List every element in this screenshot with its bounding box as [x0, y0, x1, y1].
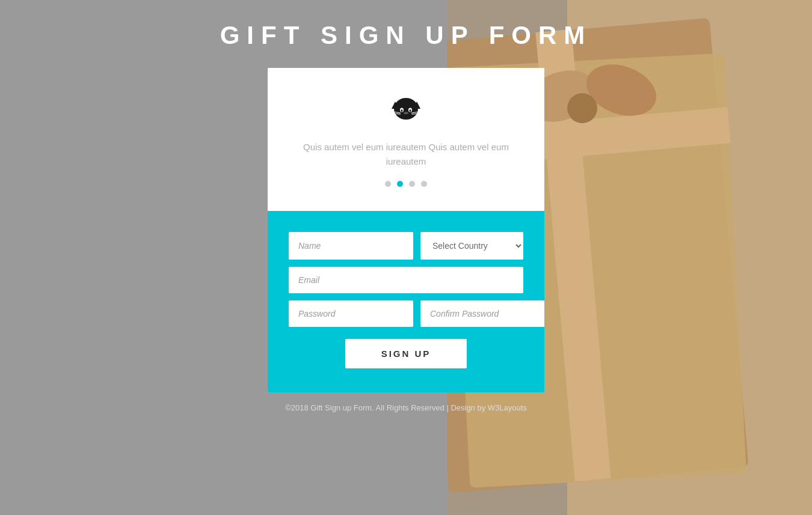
dot-1 [385, 181, 391, 187]
svg-point-6 [410, 109, 411, 112]
form-row-1: Select Country United States United King… [289, 232, 523, 260]
country-select[interactable]: Select Country United States United King… [420, 232, 523, 260]
page-title: GIFT SIGN UP FORM [0, 21, 812, 50]
name-input[interactable] [289, 232, 413, 260]
logo-icon [292, 92, 520, 128]
card-bottom: Select Country United States United King… [268, 211, 544, 392]
form-row-3 [289, 300, 523, 327]
email-input[interactable] [289, 267, 523, 293]
card-description: Quis autem vel eum iureautem Quis autem … [292, 140, 520, 169]
dot-3 [409, 181, 415, 187]
dots-indicator [292, 181, 520, 187]
dot-4 [421, 181, 427, 187]
form-card: Quis autem vel eum iureautem Quis autem … [268, 68, 544, 392]
page-footer: ©2018 Gift Sign up Form. All Rights Rese… [0, 392, 812, 423]
svg-point-7 [404, 112, 408, 114]
dot-2 [397, 181, 403, 187]
footer-text: ©2018 Gift Sign up Form. All Rights Rese… [285, 403, 527, 412]
card-top: Quis autem vel eum iureautem Quis autem … [268, 68, 544, 211]
page-header: GIFT SIGN UP FORM [0, 0, 812, 68]
bow-knot [567, 93, 597, 123]
confirm-password-input[interactable] [420, 300, 544, 327]
signup-button[interactable]: SIGN UP [345, 339, 467, 368]
password-input[interactable] [289, 300, 413, 327]
svg-point-5 [401, 109, 403, 112]
